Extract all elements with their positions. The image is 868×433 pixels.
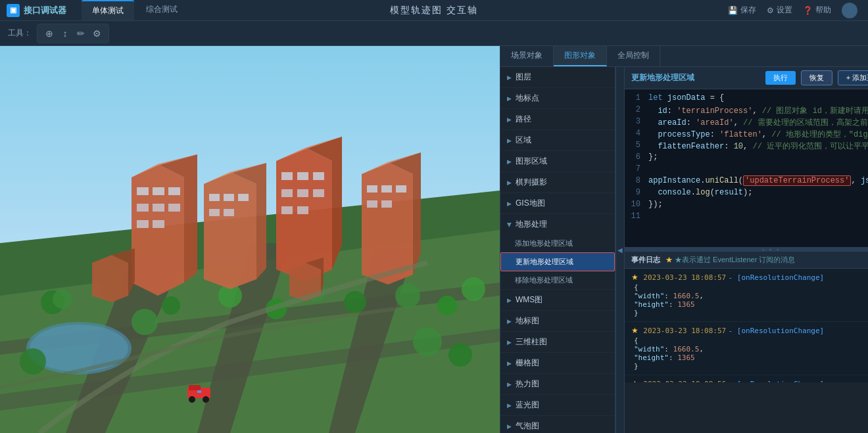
chevron-icon: ▶ (507, 200, 512, 207)
chevron-icon: ▶ (507, 402, 512, 409)
svg-point-24 (448, 343, 472, 367)
event-log-subtitle: ★ ★表示通过 EventListener 订阅的消息 (665, 255, 868, 265)
run-button[interactable]: 执行 (765, 71, 796, 85)
svg-point-19 (395, 283, 420, 308)
tool-settings[interactable]: ⚙ (90, 27, 103, 40)
code-line-4: 4 processType: 'flatten', // 地形处理的类型，"di… (625, 129, 868, 141)
chevron-icon: ▶ (507, 423, 512, 430)
api-group-landmark-map: ▶ 地标图 (500, 311, 615, 332)
code-editor[interactable]: 1 let jsonData = { 2 id: 'terrainProcess… (625, 89, 868, 247)
save-icon: 💾 (728, 6, 738, 15)
api-group-graphic-regions: ▶ 图形区域 (500, 151, 615, 172)
log-entry-1-timestamp: 2023-03-23 18:08:57 (643, 273, 726, 282)
svg-rect-71 (197, 390, 201, 393)
tab-graphic-objects[interactable]: 图形对象 (554, 46, 607, 66)
function-name: 更新地形处理区域 (631, 72, 760, 83)
top-right-actions: 💾 保存 ⚙ 设置 ❓ 帮助 (728, 3, 868, 18)
chevron-icon: ▶ (506, 222, 513, 227)
svg-rect-59 (381, 185, 392, 193)
nav-tabs: 场景对象 图形对象 全局控制 (500, 46, 868, 67)
log-entry-3-header: ★ 2023-03-23 18:08:56 - [onResolutionCha… (631, 379, 868, 382)
svg-rect-61 (367, 200, 377, 208)
api-group-header-wms[interactable]: ▶ WMS图 (500, 290, 615, 310)
api-group-header-terrain[interactable]: ▶ 地形处理 (500, 214, 615, 235)
api-group-header-grid[interactable]: ▶ 栅格图 (500, 353, 615, 373)
svg-point-23 (413, 327, 442, 356)
api-group-header-blue-light[interactable]: ▶ 蓝光图 (500, 395, 615, 415)
chevron-icon: ▶ (507, 381, 512, 388)
api-group-header-heatmap[interactable]: ▶ 热力图 (500, 374, 615, 394)
chevron-icon: ▶ (507, 179, 512, 186)
svg-rect-34 (137, 220, 149, 228)
toolbar-tools: ⊕ ↕ ✏ ⚙ (37, 24, 109, 43)
api-group-header-3d-bar[interactable]: ▶ 三维柱图 (500, 332, 615, 352)
api-group-terrain: ▶ 地形处理 添加地形处理区域 更新地形处理区域 移除地形处理区域 (500, 214, 615, 290)
api-group-header-layers[interactable]: ▶ 图层 (500, 67, 615, 87)
log-entry-3-event: - [onResolutionChange] (729, 380, 825, 382)
tool-select[interactable]: ⊕ (43, 27, 56, 40)
svg-point-70 (203, 396, 209, 403)
log-entry-1-body: { "width": 1660.5, "height": 1365 } (631, 283, 868, 317)
api-group-header-graphic-regions[interactable]: ▶ 图形区域 (500, 151, 615, 171)
api-item-update-terrain[interactable]: 更新地形处理区域 (500, 252, 615, 271)
api-group-landmarks: ▶ 地标点 (500, 88, 615, 109)
tab-single-test[interactable]: 单体测试 (82, 0, 134, 20)
svg-rect-48 (297, 172, 308, 180)
sidebar-collapse-handle[interactable]: ◀ (615, 67, 625, 433)
api-group-header-landmark-map[interactable]: ▶ 地标图 (500, 311, 615, 331)
event-log-header: 事件日志 ★ ★表示通过 EventListener 订阅的消息 清除 (625, 252, 868, 269)
svg-point-11 (53, 289, 72, 309)
svg-point-14 (162, 296, 180, 315)
chevron-icon: ▶ (507, 74, 512, 81)
svg-rect-62 (381, 200, 392, 208)
svg-rect-51 (297, 189, 308, 197)
restore-button[interactable]: 恢复 (801, 70, 832, 85)
api-item-remove-terrain[interactable]: 移除地形处理区域 (500, 271, 615, 289)
svg-rect-40 (224, 194, 234, 201)
tool-draw[interactable]: ✏ (74, 27, 87, 40)
log-entry-3-timestamp: 2023-03-23 18:08:56 (643, 380, 726, 382)
api-group-header-ortho[interactable]: ▶ 棋判摄影 (500, 172, 615, 193)
api-group-paths: ▶ 路径 (500, 109, 615, 130)
api-item-add-terrain[interactable]: 添加地形处理区域 (500, 235, 615, 252)
panel-body: ▶ 图层 ▶ 地标点 ▶ 路径 (500, 67, 868, 433)
svg-rect-52 (313, 189, 324, 197)
chevron-icon: ▶ (507, 297, 512, 304)
tool-move[interactable]: ↕ (59, 27, 72, 40)
terrain-sub-items: 添加地形处理区域 更新地形处理区域 移除地形处理区域 (500, 235, 615, 289)
top-tabs: 单体测试 综合测试 (82, 0, 188, 20)
code-line-1: 1 let jsonData = { (625, 93, 868, 105)
star-icon: ★ (665, 256, 673, 263)
api-group-wms: ▶ WMS图 (500, 290, 615, 311)
help-button[interactable]: ❓ 帮助 (803, 5, 831, 16)
3d-viewport[interactable] (0, 46, 500, 433)
settings-button[interactable]: ⚙ 设置 (767, 5, 792, 16)
add-to-composite-button[interactable]: + 添加至综合测试 (838, 70, 868, 85)
tab-composite-test[interactable]: 综合测试 (135, 0, 188, 20)
event-log: 事件日志 ★ ★表示通过 EventListener 订阅的消息 清除 ★ 20… (625, 251, 868, 382)
api-group-header-bubble[interactable]: ▶ 气泡图 (500, 416, 615, 433)
tab-scene-objects[interactable]: 场景对象 (500, 46, 554, 66)
api-sidebar: ▶ 图层 ▶ 地标点 ▶ 路径 (500, 67, 615, 433)
api-group-blue-light: ▶ 蓝光图 (500, 395, 615, 416)
star-icon-2: ★ (631, 326, 639, 335)
api-group-header-gis[interactable]: ▶ GIS地图 (500, 193, 615, 214)
api-group-header-paths[interactable]: ▶ 路径 (500, 109, 615, 129)
user-avatar[interactable] (842, 3, 857, 18)
tab-global-control[interactable]: 全局控制 (607, 46, 660, 66)
page-title: 模型轨迹图 交互轴 (390, 5, 478, 16)
svg-rect-43 (224, 209, 234, 216)
svg-rect-47 (281, 172, 293, 180)
svg-rect-39 (209, 194, 220, 201)
chevron-icon: ▶ (507, 339, 512, 346)
api-group-bubble: ▶ 气泡图 (500, 416, 615, 433)
svg-rect-32 (153, 204, 164, 212)
api-group-header-regions[interactable]: ▶ 区域 (500, 130, 615, 150)
api-group-header-landmarks[interactable]: ▶ 地标点 (500, 88, 615, 108)
log-entry-2: ★ 2023-03-23 18:08:57 - [onResolutionCha… (625, 322, 868, 375)
app-title: 接口调试器 (24, 5, 66, 16)
svg-marker-36 (204, 172, 256, 289)
star-icon-1: ★ (631, 273, 639, 282)
code-line-7: 7 (625, 164, 868, 176)
save-button[interactable]: 💾 保存 (728, 5, 756, 16)
